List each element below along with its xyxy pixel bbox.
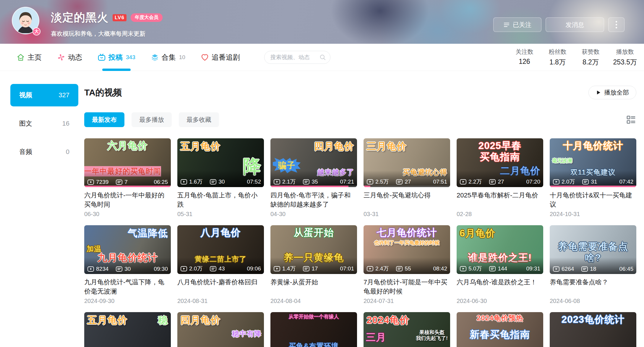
video-card[interactable]: 2023龟价统计 — [550, 312, 636, 347]
heart-icon — [201, 53, 209, 61]
video-card[interactable]: 越来越多了骗子四月龟价 2.1万 35 07:21 四月龟价-龟市平淡，骗子和缺… — [270, 138, 357, 218]
video-date: 2024-07-31 — [364, 298, 450, 304]
tab-collections-label: 合集 — [162, 53, 176, 62]
video-card[interactable]: 买龟避坑心得三月龟价 2.5万 27 07:51 三月龟价-买龟避坑心得 03-… — [364, 138, 450, 218]
sidebar-item-video[interactable]: 视频 327 — [10, 84, 78, 106]
video-thumbnail[interactable]: 稳五月龟价 — [84, 312, 171, 347]
danmaku-icon — [116, 265, 123, 273]
stat-following-value: 126 — [514, 58, 535, 66]
video-title[interactable]: 九月龟价统计-气温下降，龟价毫无波澜 — [84, 278, 171, 296]
video-thumbnail[interactable]: 一年中最好的买龟时间六月龟价 7239 7 06:25 — [84, 138, 171, 187]
video-date: 2024-09-30 — [84, 298, 171, 304]
video-card[interactable]: 新春买龟指南2024龟价预热 — [457, 312, 543, 347]
thumbnail-overlay-text: 稳中有降 — [232, 330, 262, 338]
video-stats-overlay: 1.4万 17 07:01 — [270, 265, 357, 273]
video-title[interactable]: 五月龟价-龟苗上市，龟价小跌 — [177, 191, 264, 209]
sidebar-item-article[interactable]: 图文 16 — [10, 112, 78, 135]
search-icon[interactable] — [319, 54, 326, 61]
video-card[interactable]: 稳五月龟价 — [84, 312, 171, 347]
video-thumbnail[interactable]: 九月龟价统计加温气温降低 8234 30 09:30 — [84, 225, 171, 274]
play-count-icon — [553, 178, 560, 185]
video-thumbnail[interactable]: 越来越多了骗子四月龟价 2.1万 35 07:21 — [270, 138, 357, 187]
video-card[interactable]: 降五月龟价 1.6万 30 07:52 五月龟价-龟苗上市，龟价小跌 05-31 — [177, 138, 264, 218]
video-thumbnail[interactable]: 买龟&布置环境从零开始做一个有缘人 — [270, 312, 357, 347]
danmaku-count: 7 — [124, 179, 128, 185]
video-card[interactable]: 双11买龟建议毫无波澜十月龟价统计 2.0万 31 07:42 十月龟价统计&双… — [550, 138, 636, 218]
user-bio: 喜欢模玩和养龟，大概率每周末更新 — [51, 30, 163, 38]
filter-most-played[interactable]: 最多播放 — [132, 112, 172, 127]
danmaku-icon — [210, 178, 217, 185]
send-message-button[interactable]: 发消息 — [546, 17, 604, 32]
video-card[interactable]: 二月龟价2025早春 买龟指南 2.2万 27 07:20 2025早春龟市解析… — [457, 138, 543, 218]
video-thumbnail[interactable]: 养龟需要准备点啥? 6264 18 06:45 — [550, 225, 636, 274]
video-thumbnail[interactable]: 买龟避坑心得三月龟价 2.5万 27 07:51 — [364, 138, 450, 187]
followed-button[interactable]: 已关注 — [493, 17, 541, 32]
video-thumbnail[interactable]: 2023龟价统计 — [550, 312, 636, 347]
video-title[interactable]: 六月乌龟价-谁是跌价之王！ — [457, 278, 543, 296]
video-card[interactable]: 买龟&布置环境从零开始做一个有缘人 — [270, 312, 357, 347]
video-thumbnail[interactable]: 果核和头盔 我们先起飞了!三月2024龟价 — [364, 312, 450, 347]
video-card[interactable]: 养一只黄缘龟从蛋开始 1.4万 17 07:01 养黄缘-从蛋开始 2024-0… — [270, 225, 357, 304]
sidebar-item-audio[interactable]: 音频 0 — [10, 141, 78, 163]
list-view-toggle[interactable] — [626, 114, 636, 125]
stat-views[interactable]: 播放数 253.5万 — [613, 48, 637, 67]
avatar[interactable]: 大 — [12, 7, 40, 35]
video-title[interactable]: 养黄缘-从蛋开始 — [270, 278, 357, 296]
video-title[interactable]: 四月龟价-龟市平淡，骗子和缺德的却越来越多了 — [270, 191, 357, 209]
video-title[interactable]: 六月龟价统计-一年中最好的买龟时间 — [84, 191, 171, 209]
play-count-icon — [366, 178, 374, 185]
video-card[interactable]: 九月龟价统计加温气温降低 8234 30 09:30 九月龟价统计-气温下降，龟… — [84, 225, 171, 304]
video-stats-overlay: 2.1万 35 07:21 — [270, 178, 357, 186]
video-card[interactable]: 黄缘二苗上市了八月龟价 2.0万 43 09:06 八月龟价统计-麝香价格回归 … — [177, 225, 264, 304]
stat-followers[interactable]: 粉丝数 1.8万 — [547, 48, 568, 67]
video-card[interactable]: 稳中有降四月龟价 — [177, 312, 264, 347]
play-count: 1.6万 — [189, 178, 202, 186]
search-input[interactable] — [270, 54, 317, 61]
video-title[interactable]: 养龟需要准备点啥？ — [550, 278, 636, 296]
thumbnail-overlay-text: 五月龟价 — [180, 141, 220, 152]
video-thumbnail[interactable]: 谁是跌价之王!6月龟价 5.0万 144 09:31 — [457, 225, 543, 274]
more-options-button[interactable] — [608, 17, 624, 32]
stat-likes[interactable]: 获赞数 8.2万 — [580, 48, 601, 67]
tab-dynamic[interactable]: 动态 — [57, 44, 82, 71]
video-card[interactable]: 谁是跌价之王!6月龟价 5.0万 144 09:31 六月乌龟价-谁是跌价之王！… — [457, 225, 543, 304]
video-thumbnail[interactable]: 二月龟价2025早春 买龟指南 2.2万 27 07:20 — [457, 138, 543, 187]
thumbnail-overlay-text: 气温降低 — [128, 228, 168, 239]
video-title[interactable]: 八月龟价统计-麝香价格回归 — [177, 278, 264, 296]
play-count: 2.2万 — [468, 178, 482, 186]
video-card[interactable]: 养龟需要准备点啥? 6264 18 06:45 养龟需要准备点啥？ 2024-0… — [550, 225, 636, 304]
play-all-button[interactable]: 播放全部 — [588, 86, 636, 99]
video-stats-overlay: 2.0万 43 09:06 — [177, 265, 264, 273]
video-title[interactable]: 2025早春龟市解析-二月龟价 — [457, 191, 543, 209]
video-thumbnail[interactable]: 新春买龟指南2024龟价预热 — [457, 312, 543, 347]
video-thumbnail[interactable]: 养一只黄缘龟从蛋开始 1.4万 17 07:01 — [270, 225, 357, 274]
video-title[interactable]: 十月龟价统计&双十一买龟建议 — [550, 191, 636, 209]
filter-latest[interactable]: 最新发布 — [84, 112, 124, 127]
video-thumbnail[interactable]: 双11买龟建议毫无波澜十月龟价统计 2.0万 31 07:42 — [550, 138, 636, 187]
video-thumbnail[interactable]: 也许到了一年买龟最好的时候七月龟价统计 2.4万 55 08:42 — [364, 225, 450, 274]
danmaku-count: 30 — [218, 179, 225, 185]
video-card[interactable]: 一年中最好的买龟时间六月龟价 7239 7 06:25 六月龟价统计-一年中最好… — [84, 138, 171, 218]
video-thumbnail[interactable]: 稳中有降四月龟价 — [177, 312, 264, 347]
tab-videos-count: 343 — [126, 54, 135, 61]
sidebar-article-label: 图文 — [19, 119, 32, 128]
thumbnail-overlay-text: 从蛋开始 — [294, 227, 334, 238]
tab-bangumi[interactable]: 追番追剧 — [201, 44, 240, 71]
danmaku-icon — [489, 265, 496, 272]
play-count-icon — [87, 265, 94, 273]
video-title[interactable]: 7月龟价统计-可能是一年中买龟最好的时候 — [364, 278, 450, 296]
video-title[interactable]: 三月龟价-买龟避坑心得 — [364, 191, 450, 209]
thumbnail-overlay-text: 七月龟价统计 — [377, 227, 437, 238]
tab-collections[interactable]: 合集 10 — [151, 44, 185, 71]
tab-videos[interactable]: 投稿 343 — [98, 44, 135, 71]
thumbnail-overlay-text: 买龟&布置环境 — [289, 342, 338, 347]
space-search[interactable] — [264, 51, 330, 64]
video-card[interactable]: 也许到了一年买龟最好的时候七月龟价统计 2.4万 55 08:42 7月龟价统计… — [364, 225, 450, 304]
video-card[interactable]: 果核和头盔 我们先起飞了!三月2024龟价 — [364, 312, 450, 347]
filter-most-favorited[interactable]: 最多收藏 — [179, 112, 219, 127]
video-thumbnail[interactable]: 降五月龟价 1.6万 30 07:52 — [177, 138, 264, 187]
stat-following[interactable]: 关注数 126 — [514, 48, 535, 67]
vertical-dots-icon — [616, 21, 617, 28]
video-thumbnail[interactable]: 黄缘二苗上市了八月龟价 2.0万 43 09:06 — [177, 225, 264, 274]
tab-home[interactable]: 主页 — [17, 44, 42, 71]
